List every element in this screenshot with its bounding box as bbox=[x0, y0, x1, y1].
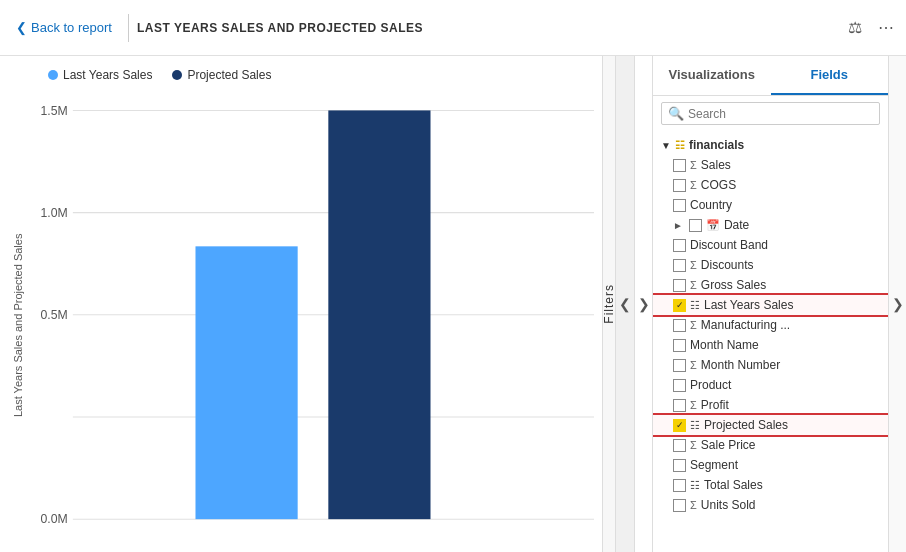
field-label-month-number: Month Number bbox=[701, 358, 780, 372]
sigma-icon-gross-sales: Σ bbox=[690, 279, 697, 291]
checkbox-country[interactable] bbox=[673, 199, 686, 212]
checkbox-date[interactable] bbox=[689, 219, 702, 232]
sigma-icon-sale-price: Σ bbox=[690, 439, 697, 451]
group-arrow-icon: ▼ bbox=[661, 140, 671, 151]
checkbox-sales[interactable] bbox=[673, 159, 686, 172]
nav-arrow-fields-right[interactable]: ❯ bbox=[888, 56, 906, 552]
checkbox-last-years-sales[interactable] bbox=[673, 299, 686, 312]
field-label-segment: Segment bbox=[690, 458, 738, 472]
table-group-icon: ☷ bbox=[675, 139, 685, 152]
field-item-sales[interactable]: Σ Sales bbox=[653, 155, 888, 175]
checkbox-units-sold[interactable] bbox=[673, 499, 686, 512]
chart-area: Last Years Sales Projected Sales Last Ye… bbox=[0, 56, 602, 552]
field-item-total-sales[interactable]: ☷ Total Sales bbox=[653, 475, 888, 495]
field-item-profit[interactable]: Σ Profit bbox=[653, 395, 888, 415]
svg-text:1.0M: 1.0M bbox=[41, 206, 68, 220]
main-content: Last Years Sales Projected Sales Last Ye… bbox=[0, 56, 906, 552]
field-item-country[interactable]: Country bbox=[653, 195, 888, 215]
fields-tabs: Visualizations Fields bbox=[653, 56, 888, 96]
field-label-total-sales: Total Sales bbox=[704, 478, 763, 492]
field-item-segment[interactable]: Segment bbox=[653, 455, 888, 475]
field-item-month-name[interactable]: Month Name bbox=[653, 335, 888, 355]
filters-panel[interactable]: Filters bbox=[602, 56, 616, 552]
field-item-units-sold[interactable]: Σ Units Sold bbox=[653, 495, 888, 515]
checkbox-product[interactable] bbox=[673, 379, 686, 392]
legend-item-projected: Projected Sales bbox=[172, 68, 271, 82]
top-bar-icons: ⚖ ⋯ bbox=[844, 14, 898, 41]
bar-projected[interactable] bbox=[328, 110, 430, 519]
field-label-country: Country bbox=[690, 198, 732, 212]
sigma-icon-units-sold: Σ bbox=[690, 499, 697, 511]
field-item-manufacturing[interactable]: Σ Manufacturing ... bbox=[653, 315, 888, 335]
left-arrow-icon: ❮ bbox=[619, 296, 631, 312]
field-item-cogs[interactable]: Σ COGS bbox=[653, 175, 888, 195]
sigma-icon-manufacturing: Σ bbox=[690, 319, 697, 331]
chart-legend: Last Years Sales Projected Sales bbox=[8, 64, 602, 90]
field-label-profit: Profit bbox=[701, 398, 729, 412]
field-item-gross-sales[interactable]: Σ Gross Sales bbox=[653, 275, 888, 295]
field-group-financials[interactable]: ▼ ☷ financials bbox=[653, 135, 888, 155]
top-bar: ❮ Back to report LAST YEARS SALES AND PR… bbox=[0, 0, 906, 56]
field-item-discount-band[interactable]: Discount Band bbox=[653, 235, 888, 255]
field-label-sales: Sales bbox=[701, 158, 731, 172]
filter-icon[interactable]: ⚖ bbox=[844, 14, 866, 41]
field-label-product: Product bbox=[690, 378, 731, 392]
field-item-projected-sales[interactable]: ☷ Projected Sales bbox=[653, 415, 888, 435]
checkbox-month-number[interactable] bbox=[673, 359, 686, 372]
table-icon-projected: ☷ bbox=[690, 419, 700, 432]
back-to-report-button[interactable]: ❮ Back to report bbox=[8, 16, 120, 39]
fields-right-arrow-icon: ❯ bbox=[892, 296, 904, 312]
checkbox-manufacturing[interactable] bbox=[673, 319, 686, 332]
checkbox-sale-price[interactable] bbox=[673, 439, 686, 452]
field-label-units-sold: Units Sold bbox=[701, 498, 756, 512]
back-label: Back to report bbox=[31, 20, 112, 35]
tab-fields-label: Fields bbox=[810, 67, 848, 82]
field-label-month-name: Month Name bbox=[690, 338, 759, 352]
group-name: financials bbox=[689, 138, 744, 152]
checkbox-total-sales[interactable] bbox=[673, 479, 686, 492]
fields-panel: Visualizations Fields 🔍 ▼ ☷ financials Σ bbox=[652, 56, 888, 552]
field-item-product[interactable]: Product bbox=[653, 375, 888, 395]
svg-text:0.0M: 0.0M bbox=[41, 512, 68, 526]
more-options-icon[interactable]: ⋯ bbox=[874, 14, 898, 41]
field-item-last-years-sales[interactable]: ☷ Last Years Sales bbox=[653, 295, 888, 315]
table-icon-total-sales: ☷ bbox=[690, 479, 700, 492]
table-icon-last-years: ☷ bbox=[690, 299, 700, 312]
tab-visualizations[interactable]: Visualizations bbox=[653, 56, 771, 95]
sigma-icon-month-number: Σ bbox=[690, 359, 697, 371]
checkbox-projected-sales[interactable] bbox=[673, 419, 686, 432]
legend-dot-last-years bbox=[48, 70, 58, 80]
calendar-icon-date: 📅 bbox=[706, 219, 720, 232]
search-input[interactable] bbox=[688, 107, 873, 121]
legend-label-projected: Projected Sales bbox=[187, 68, 271, 82]
field-label-last-years-sales: Last Years Sales bbox=[704, 298, 793, 312]
nav-arrow-right[interactable]: ❯ bbox=[634, 56, 652, 552]
checkbox-discounts[interactable] bbox=[673, 259, 686, 272]
tab-fields[interactable]: Fields bbox=[771, 56, 889, 95]
svg-text:0.5M: 0.5M bbox=[41, 308, 68, 322]
field-item-discounts[interactable]: Σ Discounts bbox=[653, 255, 888, 275]
checkbox-cogs[interactable] bbox=[673, 179, 686, 192]
filters-label[interactable]: Filters bbox=[602, 284, 616, 324]
field-item-sale-price[interactable]: Σ Sale Price bbox=[653, 435, 888, 455]
report-title: LAST YEARS SALES AND PROJECTED SALES bbox=[137, 21, 423, 35]
back-arrow-icon: ❮ bbox=[16, 20, 27, 35]
field-label-projected-sales: Projected Sales bbox=[704, 418, 788, 432]
field-item-date[interactable]: ► 📅 Date bbox=[653, 215, 888, 235]
checkbox-segment[interactable] bbox=[673, 459, 686, 472]
right-arrow-icon: ❯ bbox=[638, 296, 650, 312]
field-label-date: Date bbox=[724, 218, 749, 232]
expand-arrow-icon: ► bbox=[673, 220, 683, 231]
chart-svg: 1.5M 1.0M 0.5M 0.0M bbox=[32, 90, 594, 552]
field-label-manufacturing: Manufacturing ... bbox=[701, 318, 790, 332]
y-axis-label: Last Years Sales and Projected Sales bbox=[8, 90, 28, 552]
bar-last-years[interactable] bbox=[195, 246, 297, 519]
svg-text:1.5M: 1.5M bbox=[41, 104, 68, 118]
nav-arrow-left[interactable]: ❮ bbox=[616, 56, 634, 552]
checkbox-discount-band[interactable] bbox=[673, 239, 686, 252]
checkbox-gross-sales[interactable] bbox=[673, 279, 686, 292]
checkbox-month-name[interactable] bbox=[673, 339, 686, 352]
checkbox-profit[interactable] bbox=[673, 399, 686, 412]
legend-dot-projected bbox=[172, 70, 182, 80]
field-item-month-number[interactable]: Σ Month Number bbox=[653, 355, 888, 375]
